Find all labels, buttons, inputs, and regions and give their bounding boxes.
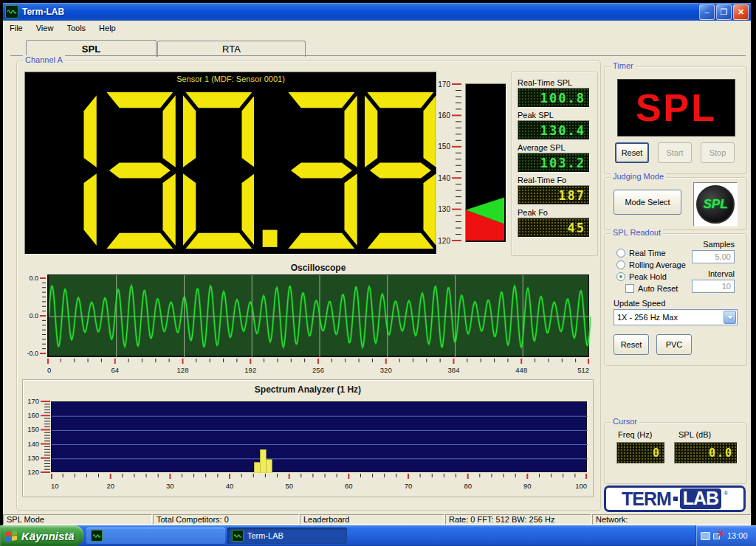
menu-file[interactable]: File <box>3 21 30 35</box>
app-waveform-icon <box>232 530 244 542</box>
pvc-button[interactable]: PVC <box>656 334 692 355</box>
readout-reset-button[interactable]: Reset <box>614 334 649 355</box>
svg-text:120: 120 <box>27 468 39 476</box>
menu-tools[interactable]: Tools <box>60 21 92 35</box>
readout-label-peak-fo: Peak Fo <box>518 208 548 217</box>
radio-real-time[interactable]: Real Time <box>616 249 666 258</box>
readout-label-rt-fo: Real-Time Fo <box>518 176 566 184</box>
app-waveform-icon <box>5 5 18 18</box>
svg-text:0: 0 <box>47 366 51 374</box>
svg-text:170: 170 <box>27 398 39 405</box>
svg-text:0.0: 0.0 <box>29 274 38 282</box>
spectrum-x-axis: 102030405060708090100 <box>51 474 587 493</box>
oscilloscope-title: Oscilloscope <box>47 263 589 273</box>
svg-text:512: 512 <box>577 366 589 374</box>
svg-text:30: 30 <box>166 482 174 490</box>
update-speed-dropdown[interactable]: 1X - 256 Hz Max <box>614 309 738 325</box>
readout-value-peak-spl: 130.4 <box>518 120 590 140</box>
oscilloscope-y-axis: 0.00.0-0.0 <box>22 274 47 357</box>
dropdown-arrow-button[interactable] <box>724 311 736 324</box>
svg-text:120: 120 <box>438 237 450 245</box>
taskbar-button-app-icon-only[interactable] <box>86 528 225 544</box>
svg-text:160: 160 <box>27 411 39 419</box>
display-tray-icon[interactable] <box>701 532 710 540</box>
start-button[interactable]: Käynnistä <box>0 525 83 546</box>
svg-text:320: 320 <box>380 366 392 374</box>
termlab-logo-dot <box>673 497 678 501</box>
timer-stop-button[interactable]: Stop <box>701 142 735 163</box>
readouts-panel: Real-Time SPL 100.8 Peak SPL 130.4 Avera… <box>511 72 598 256</box>
auto-reset-checkbox-box[interactable] <box>625 284 634 293</box>
spl-logo-text: SPL <box>703 197 727 212</box>
status-bar: SPL Mode Total Competitors: 0 Leaderboar… <box>3 514 751 526</box>
spl-readout-group: SPL Readout Real Time Rolling Average Pe… <box>604 233 747 366</box>
timer-reset-button[interactable]: Reset <box>615 142 649 163</box>
svg-text:40: 40 <box>226 482 234 490</box>
svg-text:70: 70 <box>405 482 413 490</box>
timer-display: SPL <box>617 79 735 136</box>
svg-text:448: 448 <box>515 366 527 374</box>
readout-value-avg-spl: 103.2 <box>518 153 590 173</box>
status-spl-mode: SPL Mode <box>3 514 152 525</box>
radio-peak-hold-circle[interactable] <box>616 272 625 281</box>
channel-a-title: Channel A <box>23 55 65 64</box>
menu-bar: File View Tools Help <box>3 21 751 35</box>
cursor-spl-value: 0.0 <box>674 442 738 464</box>
tab-spl[interactable]: SPL <box>26 40 157 57</box>
judging-mode-group: Judging Mode Mode Select SPL <box>604 177 747 230</box>
svg-text:10: 10 <box>51 482 59 490</box>
update-speed-value: 1X - 256 Hz Max <box>614 313 724 322</box>
tab-rta[interactable]: RTA <box>157 41 306 57</box>
radio-peak-hold[interactable]: Peak Hold <box>616 272 667 281</box>
judging-mode-title: Judging Mode <box>611 172 666 181</box>
termlab-logo: TERM LAB ® <box>604 485 746 512</box>
samples-field[interactable] <box>692 250 735 263</box>
titlebar[interactable]: Term-LAB – ❐ ✕ <box>3 3 751 21</box>
menu-view[interactable]: View <box>30 21 61 35</box>
oscilloscope-x-axis: 064128192256320384448512 <box>47 359 589 376</box>
svg-text:192: 192 <box>244 366 256 374</box>
taskbar-button-termlab[interactable]: Term-LAB <box>227 528 347 544</box>
app-window: Term-LAB – ❐ ✕ File View Tools Help SPL … <box>3 3 751 526</box>
timer-start-button[interactable]: Start <box>658 142 692 163</box>
windows-flag-icon <box>6 530 17 541</box>
svg-text:384: 384 <box>448 366 460 374</box>
timer-title: Timer <box>611 61 636 70</box>
close-button[interactable]: ✕ <box>733 4 749 20</box>
svg-text:150: 150 <box>27 425 39 433</box>
cursor-spl-label: SPL (dB) <box>678 430 711 439</box>
svg-text:130: 130 <box>27 454 39 462</box>
spl-readout-title: SPL Readout <box>611 228 663 237</box>
interval-field[interactable] <box>692 280 735 293</box>
radio-real-time-circle[interactable] <box>616 249 625 258</box>
tab-baseline <box>10 55 746 56</box>
readout-value-peak-fo: 45 <box>518 218 590 238</box>
network-disconnected-icon[interactable]: ✕ <box>713 532 723 540</box>
status-network: Network: <box>592 514 751 525</box>
termlab-logo-registered: ® <box>724 490 728 497</box>
restore-button[interactable]: ❐ <box>716 4 732 20</box>
auto-reset-checkbox[interactable]: Auto Reset <box>625 284 678 293</box>
svg-text:90: 90 <box>523 482 532 490</box>
menu-help[interactable]: Help <box>92 21 123 35</box>
svg-text:100: 100 <box>575 482 587 490</box>
readout-label-avg-spl: Average SPL <box>518 143 566 152</box>
status-rate: Rate: 0 FFT: 512 BW: 256 Hz <box>445 514 591 525</box>
mode-select-button[interactable]: Mode Select <box>614 190 681 215</box>
taskbar-button-label: Term-LAB <box>247 531 284 540</box>
status-competitors: Total Competitors: 0 <box>153 514 299 525</box>
meter-bar <box>465 83 506 243</box>
taskbar: Käynnistä Term-LAB ✕ 13:00 <box>0 525 756 546</box>
timer-display-text: SPL <box>636 86 717 130</box>
window-title: Term-LAB <box>22 7 698 17</box>
svg-text:20: 20 <box>106 482 114 490</box>
spl-logo-frame: SPL <box>693 182 738 227</box>
svg-text:150: 150 <box>438 142 450 151</box>
minimize-button[interactable]: – <box>699 4 715 20</box>
radio-rolling-average[interactable]: Rolling Average <box>616 260 686 269</box>
termlab-logo-term: TERM <box>622 488 671 510</box>
spl-logo-icon: SPL <box>696 185 735 224</box>
radio-rolling-average-circle[interactable] <box>616 260 625 269</box>
meter-scale: 120130140150160170 <box>436 77 465 248</box>
termlab-logo-lab: LAB <box>680 488 721 509</box>
